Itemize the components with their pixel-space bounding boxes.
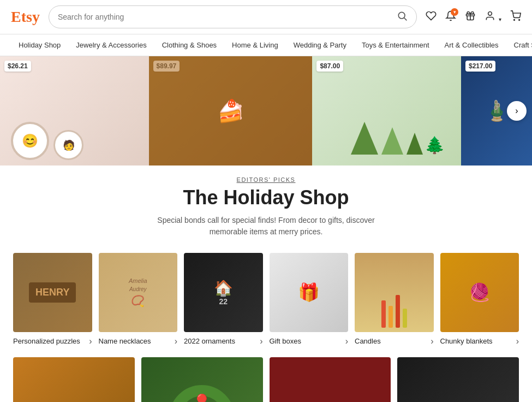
search-icon <box>397 10 408 21</box>
category-card-necklaces[interactable]: Amelia Audrey 📿 Name necklaces › <box>99 253 178 346</box>
tree-3 <box>407 133 423 155</box>
notifications-button[interactable]: ▾ <box>445 10 456 24</box>
tree-1 <box>351 122 378 155</box>
category-card-blankets[interactable]: 🧶 Chunky blankets › <box>440 253 519 346</box>
hero-image-2[interactable]: $89.97 🍰 <box>149 56 313 165</box>
heart-icon <box>426 10 437 21</box>
stocking-icon-1: 🧦 <box>23 400 61 402</box>
category-img-necklaces: Amelia Audrey 📿 <box>99 253 178 332</box>
arrow-blankets: › <box>516 336 519 346</box>
search-button[interactable] <box>397 10 408 23</box>
category-img-puzzles: HENRY <box>13 253 92 332</box>
search-input[interactable] <box>58 13 393 21</box>
nav-toys[interactable]: Toys & Entertainment <box>354 34 437 56</box>
hero-banner: $26.21 😊 🧑 $89.97 🍰 $87.00 🌲 $217.00 🎍 › <box>0 56 532 165</box>
large-img-pajamas: 🎅 <box>397 357 519 403</box>
large-category-grid: 🧦 🧦 🧦 Holiday Stockings › 🔴 🌿 Festive wr… <box>0 357 532 403</box>
nav-craft[interactable]: Craft Supplies <box>506 34 532 56</box>
ornament-1: 😊 <box>11 122 49 160</box>
large-img-wreaths: 🔴 🌿 <box>141 357 263 403</box>
category-card-giftboxes[interactable]: 🎁 Gift boxes › <box>270 253 349 346</box>
wishlist-button[interactable] <box>426 10 437 24</box>
candle-3 <box>396 295 400 328</box>
arrow-puzzles: › <box>89 336 92 346</box>
wreath-berries: 🔴 <box>196 393 207 402</box>
svg-point-5 <box>519 19 520 20</box>
ornament-2: 🧑 <box>53 130 83 160</box>
necklace-text-2: Audrey <box>129 286 147 292</box>
category-img-giftboxes: 🎁 <box>270 253 349 332</box>
nav-clothing[interactable]: Clothing & Shoes <box>154 34 224 56</box>
hero-food-icon: 🍰 <box>149 56 313 165</box>
svg-point-3 <box>488 11 492 15</box>
category-label-puzzles: Personalized puzzles › <box>13 336 92 346</box>
svg-point-4 <box>514 19 515 20</box>
user-icon <box>485 10 495 21</box>
arrow-necklaces: › <box>175 336 177 346</box>
nav-art[interactable]: Art & Collectibles <box>437 34 506 56</box>
candle-1 <box>381 300 386 328</box>
notification-badge: ▾ <box>451 8 458 16</box>
section-header: EDITORS' PICKS The Holiday Shop Special … <box>0 165 532 246</box>
category-label-ornaments: 2022 ornaments › <box>184 336 263 346</box>
category-card-ornaments[interactable]: 🏠 22 2022 ornaments › <box>184 253 263 346</box>
profile-chevron: ▾ <box>499 16 501 22</box>
tree-2 <box>381 127 403 155</box>
nav-home[interactable]: Home & Living <box>224 34 286 56</box>
svg-line-1 <box>404 18 407 21</box>
hero-image-3[interactable]: $87.00 🌲 <box>312 56 461 165</box>
pajamas-bg: 🎅 <box>397 357 519 403</box>
section-title: The Holiday Shop <box>11 186 521 209</box>
header: Etsy ▾ ▾ <box>0 0 532 34</box>
price-tag-3: $87.00 <box>316 61 343 72</box>
price-tag-1: $26.21 <box>4 61 31 72</box>
hero-next-button[interactable]: › <box>507 101 527 121</box>
nav-wedding[interactable]: Wedding & Party <box>286 34 354 56</box>
header-icons: ▾ ▾ <box>426 10 521 24</box>
nav-holiday-shop[interactable]: Holiday Shop <box>11 34 68 56</box>
category-img-candles <box>355 253 434 332</box>
category-img-ornaments: 🏠 22 <box>184 253 263 332</box>
gift-card-button[interactable] <box>465 10 476 24</box>
gift-icon <box>465 10 476 21</box>
blanket-icon: 🧶 <box>469 282 491 303</box>
large-card-giftwrap[interactable]: 🍄🌿🐚🍄🌿🍄🐚🌿🍄🌿🐚🍄🌿🍄 Gift wrap › <box>270 357 391 403</box>
candle-2 <box>388 306 393 328</box>
giftbox-icon: 🎁 <box>298 282 320 303</box>
main-nav: Holiday Shop Jewelry & Accessories Cloth… <box>0 34 532 56</box>
year-text: 22 <box>219 297 228 306</box>
large-card-stockings[interactable]: 🧦 🧦 🧦 Holiday Stockings › <box>13 357 135 403</box>
editors-picks-label: EDITORS' PICKS <box>11 176 521 183</box>
cart-icon <box>510 10 521 21</box>
category-label-necklaces: Name necklaces › <box>99 336 178 346</box>
candle-4 <box>403 309 407 328</box>
puzzle-text: HENRY <box>29 282 76 303</box>
section-description: Special bonds call for special finds! Fr… <box>146 215 386 238</box>
category-grid: HENRY Personalized puzzles › Amelia Audr… <box>0 246 532 357</box>
large-card-pajamas[interactable]: 🎅 Family pajamas › <box>397 357 519 403</box>
category-label-giftboxes: Gift boxes › <box>270 336 349 346</box>
large-card-wreaths[interactable]: 🔴 🌿 Festive wreaths › <box>141 357 263 403</box>
category-card-candles[interactable]: Candles › <box>355 253 434 346</box>
profile-button[interactable]: ▾ <box>485 10 501 24</box>
category-img-blankets: 🧶 <box>440 253 519 332</box>
category-label-blankets: Chunky blankets › <box>440 336 519 346</box>
arrow-candles: › <box>431 336 433 346</box>
wreath-circle: 🔴 🌿 <box>169 385 235 402</box>
hero-image-1[interactable]: $26.21 😊 🧑 <box>0 56 149 165</box>
category-card-puzzles[interactable]: HENRY Personalized puzzles › <box>13 253 92 346</box>
giftwrap-bg: 🍄🌿🐚🍄🌿🍄🐚🌿🍄🌿🐚🍄🌿🍄 <box>270 357 391 403</box>
category-label-candles: Candles › <box>355 336 434 346</box>
stockings-bg: 🧦 🧦 🧦 <box>13 357 135 403</box>
necklace-text-1: Amelia <box>129 277 147 284</box>
necklace-icon: 📿 <box>131 294 145 308</box>
house-icon: 🏠 <box>214 279 233 297</box>
cart-button[interactable] <box>510 10 521 24</box>
svg-point-0 <box>399 12 405 19</box>
arrow-giftboxes: › <box>345 336 348 346</box>
search-bar <box>49 5 417 28</box>
nav-jewelry[interactable]: Jewelry & Accessories <box>68 34 154 56</box>
wreaths-bg: 🔴 🌿 <box>141 357 263 403</box>
etsy-logo[interactable]: Etsy <box>11 8 40 26</box>
large-img-stockings: 🧦 🧦 🧦 <box>13 357 135 403</box>
